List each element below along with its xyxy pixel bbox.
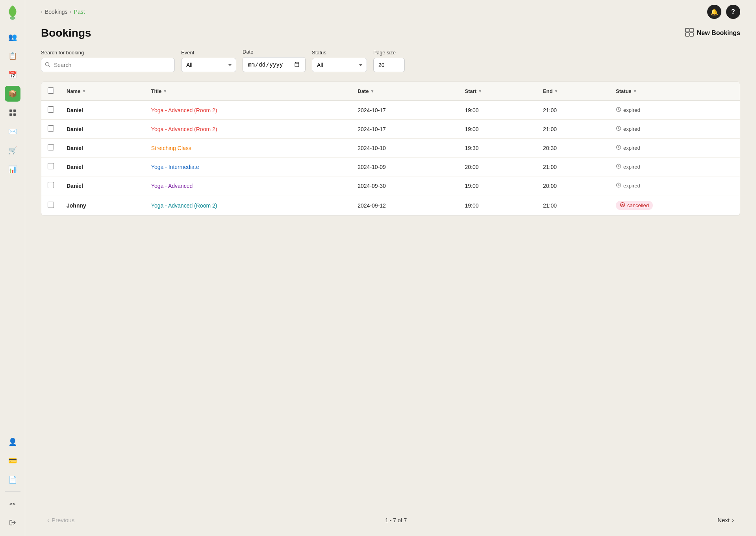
status-label: Status [312, 50, 367, 56]
sidebar-item-users[interactable]: 👥 [5, 29, 20, 45]
row-end: 21:00 [537, 158, 610, 176]
row-checkbox-cell [41, 139, 60, 158]
date-label: Date [243, 49, 306, 55]
date-input[interactable] [243, 57, 306, 72]
row-start: 19:00 [459, 120, 537, 139]
sidebar-item-bookings[interactable]: 📋 [5, 48, 20, 64]
status-filter-group: Status All expired cancelled [312, 50, 367, 72]
sidebar-divider [5, 491, 20, 492]
expired-badge: expired [616, 126, 640, 132]
svg-rect-7 [686, 33, 689, 36]
row-checkbox-cell [41, 101, 60, 120]
sidebar-item-grid[interactable] [5, 105, 20, 121]
search-label: Search for booking [41, 50, 175, 56]
topbar: › Bookings › Past 🔔 ? [25, 0, 756, 24]
table-row: DanielYoga - Advanced2024-09-3019:0020:0… [41, 176, 740, 195]
code-icon[interactable]: <> [5, 496, 20, 512]
row-start: 19:00 [459, 101, 537, 120]
end-sort-icon[interactable]: ▼ [554, 89, 558, 93]
date-sort-icon[interactable]: ▼ [370, 89, 374, 93]
row-title[interactable]: Yoga - Advanced (Room 2) [145, 101, 351, 120]
expired-badge: expired [616, 163, 640, 170]
notification-button[interactable]: 🔔 [707, 5, 721, 19]
cancelled-badge: cancelled [616, 201, 653, 210]
event-select[interactable]: All [181, 58, 236, 72]
sidebar-item-shop[interactable]: 🛒 [5, 143, 20, 158]
row-checkbox-2[interactable] [48, 144, 54, 150]
bell-icon: 🔔 [710, 8, 718, 16]
content-area: Search for booking Event All [25, 49, 756, 498]
row-title[interactable]: Yoga - Advanced (Room 2) [145, 120, 351, 139]
sidebar-item-packages[interactable]: 📦 [5, 86, 20, 102]
svg-rect-3 [9, 113, 12, 116]
row-date: 2024-10-10 [351, 139, 458, 158]
svg-point-0 [10, 17, 15, 20]
status-select[interactable]: All expired cancelled [312, 58, 367, 72]
row-checkbox-cell [41, 158, 60, 176]
next-button[interactable]: Next › [711, 514, 740, 527]
row-checkbox-4[interactable] [48, 182, 54, 188]
row-name: Daniel [60, 176, 145, 195]
logout-icon[interactable] [5, 515, 20, 530]
row-start: 19:00 [459, 195, 537, 216]
search-filter-group: Search for booking [41, 50, 175, 72]
name-sort-icon[interactable]: ▼ [82, 89, 86, 93]
new-bookings-label: New Bookings [697, 30, 740, 37]
expired-badge: expired [616, 145, 640, 151]
sidebar-item-messages[interactable]: ✉️ [5, 124, 20, 139]
row-checkbox-0[interactable] [48, 106, 54, 113]
row-date: 2024-10-17 [351, 120, 458, 139]
header-start: Start ▼ [459, 82, 537, 101]
row-title[interactable]: Yoga - Advanced (Room 2) [145, 195, 351, 216]
clock-icon [616, 126, 621, 132]
expired-badge: expired [616, 182, 640, 189]
sidebar-item-calendar[interactable]: 📅 [5, 67, 20, 83]
bookings-table-wrap: Name ▼ Title ▼ Date [41, 82, 740, 216]
svg-rect-5 [686, 28, 689, 32]
clock-icon [616, 163, 621, 170]
select-all-checkbox[interactable] [48, 87, 54, 94]
sidebar: 👥 📋 📅 📦 ✉️ 🛒 📊 👤 💳 📄 <> [0, 0, 25, 536]
sidebar-item-profile[interactable]: 👤 [5, 434, 20, 450]
table-header: Name ▼ Title ▼ Date [41, 82, 740, 101]
event-filter-group: Event All [181, 50, 236, 72]
clock-icon [616, 145, 621, 151]
cancel-icon [620, 202, 625, 209]
page-size-input[interactable] [373, 58, 405, 72]
row-checkbox-5[interactable] [48, 202, 54, 208]
previous-chevron-icon: ‹ [47, 517, 49, 523]
row-title[interactable]: Stretching Class [145, 139, 351, 158]
previous-button[interactable]: ‹ Previous [41, 514, 81, 527]
search-input-wrap [41, 58, 175, 72]
topbar-icons: 🔔 ? [707, 5, 740, 19]
title-sort-icon[interactable]: ▼ [163, 89, 167, 93]
new-bookings-button[interactable]: New Bookings [685, 28, 740, 39]
logo[interactable] [6, 5, 19, 20]
row-checkbox-1[interactable] [48, 125, 54, 132]
row-checkbox-cell [41, 176, 60, 195]
event-label: Event [181, 50, 236, 56]
row-status: expired [610, 120, 740, 139]
header-end: End ▼ [537, 82, 610, 101]
sidebar-item-billing[interactable]: 💳 [5, 453, 20, 469]
table-body: DanielYoga - Advanced (Room 2)2024-10-17… [41, 101, 740, 216]
search-input[interactable] [41, 58, 175, 72]
status-sort-icon[interactable]: ▼ [633, 89, 637, 93]
pagination-info: 1 - 7 of 7 [385, 517, 407, 523]
sidebar-item-documents[interactable]: 📄 [5, 472, 20, 488]
breadcrumb-parent[interactable]: Bookings [45, 9, 68, 15]
table-row: DanielYoga - Advanced (Room 2)2024-10-17… [41, 120, 740, 139]
pagination: ‹ Previous 1 - 7 of 7 Next › [25, 504, 756, 536]
row-end: 21:00 [537, 120, 610, 139]
search-icon [45, 62, 50, 69]
row-status: expired [610, 139, 740, 158]
row-start: 20:00 [459, 158, 537, 176]
row-name: Daniel [60, 120, 145, 139]
start-sort-icon[interactable]: ▼ [478, 89, 482, 93]
row-checkbox-3[interactable] [48, 163, 54, 169]
help-button[interactable]: ? [726, 5, 740, 19]
row-title[interactable]: Yoga - Intermediate [145, 158, 351, 176]
row-title[interactable]: Yoga - Advanced [145, 176, 351, 195]
header-date: Date ▼ [351, 82, 458, 101]
sidebar-item-analytics[interactable]: 📊 [5, 161, 20, 177]
